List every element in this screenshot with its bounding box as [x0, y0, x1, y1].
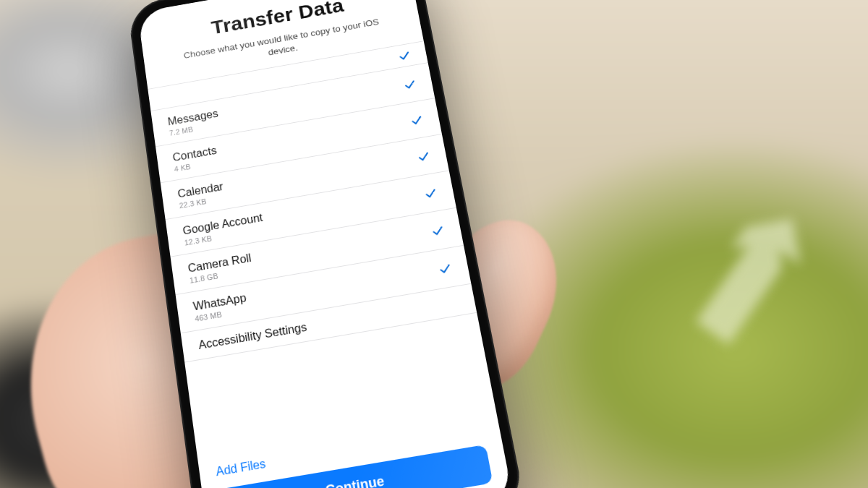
check-icon — [403, 78, 417, 92]
transfer-items-list: Messages 7.2 MB Contacts 4 KB Calendar 2… — [166, 66, 461, 360]
check-icon — [397, 49, 412, 63]
check-icon — [430, 224, 446, 239]
check-icon — [423, 187, 438, 201]
check-icon — [409, 114, 425, 127]
check-icon — [438, 262, 453, 276]
background-arrow-graphic — [636, 166, 854, 383]
check-icon — [416, 150, 431, 164]
